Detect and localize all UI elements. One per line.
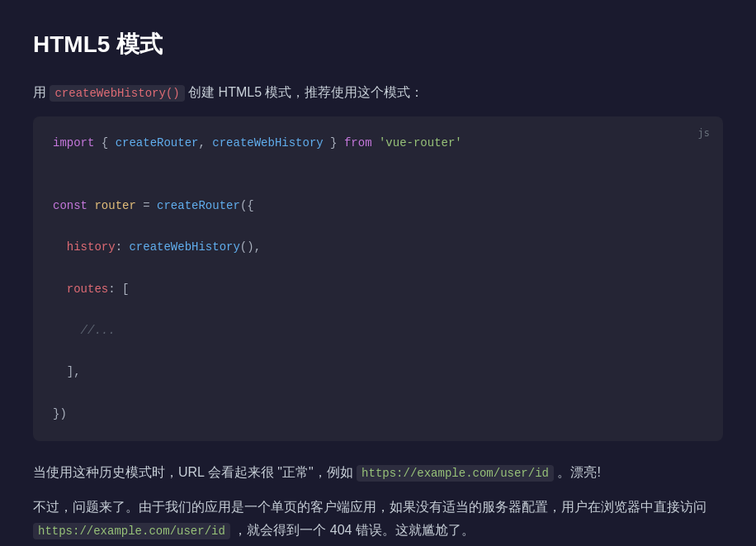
code-line-1: import { createRouter, createWebHistory … xyxy=(53,133,703,154)
code-line-4: history: createWebHistory(), xyxy=(53,237,703,258)
createwebhistory-inline-code: createWebHistory() xyxy=(50,85,184,102)
url-example-2-code: https://example.com/user/id xyxy=(33,523,230,539)
code-line-5: routes: [ xyxy=(53,279,703,300)
code-line-7: ], xyxy=(53,362,703,382)
intro-prefix: 用 xyxy=(33,85,46,99)
paragraph-1: 当使用这种历史模式时，URL 会看起来很 "正常"，例如 https://exa… xyxy=(33,461,723,484)
intro-suffix: 创建 HTML5 模式，推荐使用这个模式： xyxy=(188,85,423,99)
url-example-1-code: https://example.com/user/id xyxy=(357,465,554,482)
code-line-6: //... xyxy=(53,320,703,341)
code-lang-label: js xyxy=(698,125,710,141)
code-block-container: js import { createRouter, createWebHisto… xyxy=(33,116,723,441)
page-title: HTML5 模式 xyxy=(33,25,723,64)
paragraph-2: 不过，问题来了。由于我们的应用是一个单页的客户端应用，如果没有适当的服务器配置，… xyxy=(33,496,723,542)
code-line-8: }) xyxy=(53,404,703,425)
intro-paragraph: 用 createWebHistory() 创建 HTML5 模式，推荐使用这个模… xyxy=(33,81,723,104)
code-block: import { createRouter, createWebHistory … xyxy=(53,133,703,425)
code-line-3: const router = createRouter({ xyxy=(53,196,703,216)
